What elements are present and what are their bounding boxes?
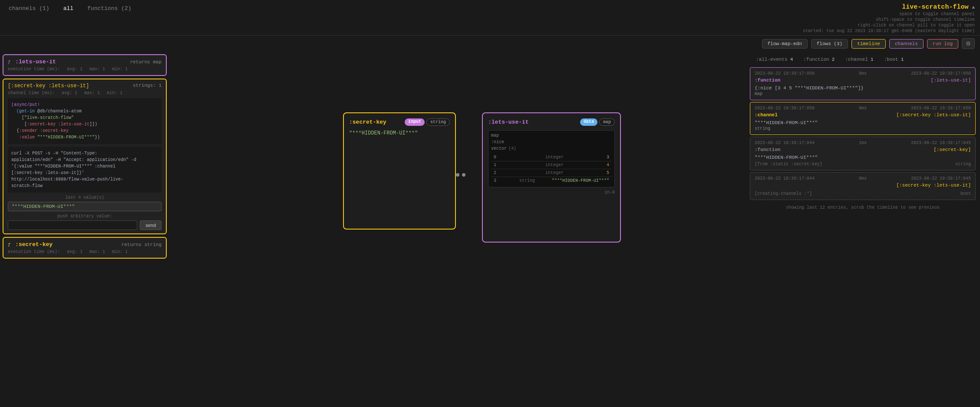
tl-tab-all-events[interactable]: :all-events 4: [751, 55, 798, 64]
pill-data: data: [580, 118, 597, 126]
tl-value-3: "***HIDDEN-FROM-UI***": [755, 155, 971, 160]
tl-fn-ref-1: [:lets-use-it]: [931, 78, 971, 83]
timeline-button[interactable]: timeline: [851, 39, 886, 49]
timeline-tabs: :all-events 4 :function 2 :channel 1 :bo…: [747, 53, 978, 66]
push-row: send: [8, 220, 162, 230]
send-button[interactable]: send: [140, 220, 162, 230]
pill-input: input: [405, 118, 425, 126]
map-type-1: integer: [502, 163, 607, 167]
vector-size: (4): [508, 146, 516, 151]
toolbar: flow-map-edn flows (3) timeline channels…: [0, 36, 980, 52]
header: channels (1) all functions (2) live-scra…: [0, 0, 980, 36]
tl-entry-3[interactable]: 2023-08-22 19:39:17:044 1ms 2023-08-22 1…: [750, 137, 976, 171]
fn-returns-2: returns string: [122, 242, 162, 247]
in-label: in-0: [488, 190, 615, 195]
connection-dots: [456, 173, 465, 177]
map-row-0: 0 integer 3: [491, 154, 612, 161]
tab-all[interactable]: all: [60, 3, 77, 13]
pill-map: map: [599, 118, 615, 126]
lets-use-it-node: :lets-use-it data map map :nice vector (…: [482, 112, 621, 243]
dot-1: [456, 173, 459, 177]
app-title: live-scratch-flow: [902, 3, 968, 11]
help-text-2: shift-space to toggle channel timeline: [876, 17, 975, 22]
settings-button[interactable]: ⚙: [962, 38, 975, 49]
left-panel: ƒ :lets-use-it returns map execution tim…: [0, 52, 169, 407]
flow-map-edn-button[interactable]: flow-map-edn: [762, 39, 808, 49]
tl-time-start-1: 2023-08-22 19:39:17:050: [755, 71, 815, 76]
channel-time: channel time (ms): avg: 1 max: 1 min: 1: [8, 91, 162, 95]
tl-time-start-2: 2023-08-22 19:39:17:050: [755, 106, 815, 111]
tl-time-end-2: 2023-08-22 19:39:17:050: [911, 106, 971, 111]
map-value-2: 5: [607, 171, 609, 175]
tl-time-end-1: 2023-08-22 19:39:17:050: [911, 71, 971, 76]
map-section-label: map: [491, 133, 612, 138]
tab-channels[interactable]: channels (1): [5, 3, 53, 13]
tl-fn-ref-2: [:secret-key :lets-use-it]: [896, 112, 971, 118]
runlog-button[interactable]: run log: [927, 39, 958, 49]
tl-footer-left-4: [creating-channels :*]: [755, 191, 812, 196]
tl-tab-boot-name: :boot: [884, 57, 898, 62]
tl-tab-channel[interactable]: :channel 1: [840, 55, 878, 64]
map-index-0: 0: [494, 155, 502, 160]
tl-duration-4: 0ms: [859, 176, 867, 181]
tl-fn-ref-4: [:secret-key :lets-use-it]: [896, 183, 971, 188]
tl-tab-function[interactable]: :function 2: [798, 55, 840, 64]
header-tabs: channels (1) all functions (2): [5, 3, 803, 13]
code-block-1: (async/put! (get-in @db/channels-atom ["…: [8, 98, 162, 144]
tl-duration-1: 0ms: [859, 71, 867, 76]
min-2: min: 1: [112, 249, 128, 254]
tl-entry-2[interactable]: 2023-08-22 19:39:17:050 0ms 2023-08-22 1…: [750, 102, 976, 135]
tl-entry-4[interactable]: 2023-08-22 19:39:17:044 0ms 2023-08-22 1…: [750, 172, 976, 200]
tl-tab-boot[interactable]: :boot 1: [879, 55, 909, 64]
tl-duration-3: 1ms: [859, 141, 867, 145]
tl-time-end-4: 2023-08-22 19:39:17:045: [911, 176, 971, 181]
map-row-1: 1 integer 4: [491, 161, 612, 169]
tl-footer-left-3: [from :static :secret-key]: [755, 162, 822, 167]
dot-2: [462, 173, 465, 177]
min-1: min: 1: [112, 67, 128, 72]
nice-label: :nice: [491, 140, 504, 144]
ch-avg: avg: 1: [62, 91, 77, 95]
channel-type: strings: 1: [133, 83, 162, 89]
push-label: push arbitrary value:: [8, 214, 162, 219]
fn-exec-time-1: execution time (ms): avg: 1 max: 1 min: …: [8, 67, 162, 72]
tl-duration-2: 0ms: [859, 106, 867, 111]
max-2: max: 1: [89, 249, 105, 254]
tl-time-end-3: 2023-08-22 19:39:17:045: [911, 141, 971, 145]
showing-label: showing last 12 entries, scrub the timel…: [747, 202, 978, 213]
secret-key-value: "***HIDDEN-FROM-UI***": [349, 130, 450, 136]
push-input[interactable]: [8, 220, 137, 230]
channel-name: [:secret-key :lets-use-it]: [8, 83, 89, 89]
tl-tab-all-events-name: :all-events: [756, 57, 788, 62]
fn-icon-1: ƒ: [8, 59, 11, 65]
channels-button[interactable]: channels: [889, 39, 924, 49]
map-row-2: 2 integer 5: [491, 169, 612, 177]
tl-type-1: :function: [755, 78, 780, 83]
flows-button[interactable]: flows (3): [811, 39, 848, 49]
avg-2: avg: 1: [67, 249, 82, 254]
map-value-1: 4: [607, 163, 609, 167]
vector-label: vector: [491, 146, 507, 151]
tl-tab-function-name: :function: [803, 57, 829, 62]
tl-entry-1[interactable]: 2023-08-22 19:39:17:050 0ms 2023-08-22 1…: [750, 67, 976, 100]
fn-returns-1: returns map: [130, 59, 162, 65]
tab-functions[interactable]: functions (2): [84, 3, 135, 13]
main-layout: ƒ :lets-use-it returns map execution tim…: [0, 52, 980, 407]
last-values-label: last 4 value(s): [8, 195, 162, 200]
tl-type-2: :channel: [755, 112, 778, 118]
tl-time-start-3: 2023-08-22 19:39:17:044: [755, 141, 815, 145]
avg-1: avg: 1: [67, 67, 82, 72]
tl-fn-ref-3: [:secret-key]: [934, 147, 971, 152]
fn-icon-2: ƒ: [8, 242, 11, 247]
tl-datatype-3: string: [955, 162, 971, 167]
map-type-0: integer: [502, 155, 607, 160]
tl-tab-function-count: 2: [832, 57, 835, 62]
exec-label-1: execution time (ms):: [8, 67, 60, 72]
tl-tab-boot-count: 1: [901, 57, 904, 62]
max-1: max: 1: [89, 67, 105, 72]
ch-max: max: 1: [84, 91, 100, 95]
chevron-icon[interactable]: ▲: [972, 5, 975, 10]
help-text-4: started: tue aug 22 2023 19:39:17 gmt-04…: [803, 29, 975, 33]
fn-card-lets-use-it: ƒ :lets-use-it returns map execution tim…: [3, 54, 167, 76]
header-right: live-scratch-flow ▲ space to toggle chan…: [803, 3, 975, 33]
